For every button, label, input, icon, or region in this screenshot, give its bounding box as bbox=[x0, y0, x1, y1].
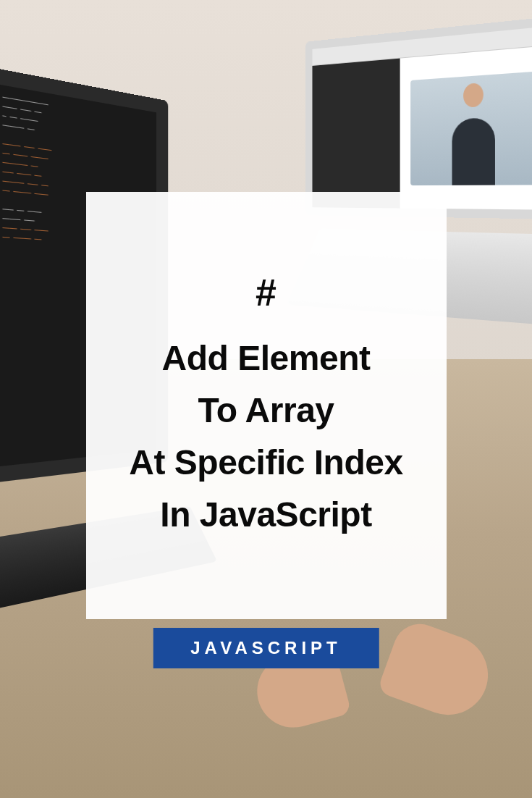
title-card: # Add Element To Array At Specific Index… bbox=[86, 192, 447, 619]
browser-window bbox=[312, 26, 532, 210]
title-line-2: To Array bbox=[198, 385, 334, 437]
laptop-right-screen bbox=[305, 15, 532, 219]
title-line-3: At Specific Index bbox=[129, 437, 402, 489]
title-line-1: Add Element bbox=[162, 332, 371, 385]
title-line-4: In JavaScript bbox=[160, 489, 371, 541]
person-thumbnail bbox=[411, 71, 532, 186]
category-badge: JAVASCRIPT bbox=[153, 628, 379, 668]
browser-sidebar bbox=[312, 59, 400, 209]
browser-main bbox=[400, 45, 532, 209]
person-body bbox=[452, 117, 495, 185]
person-head bbox=[463, 83, 484, 108]
browser-content bbox=[312, 45, 532, 209]
hash-icon: # bbox=[256, 271, 276, 314]
